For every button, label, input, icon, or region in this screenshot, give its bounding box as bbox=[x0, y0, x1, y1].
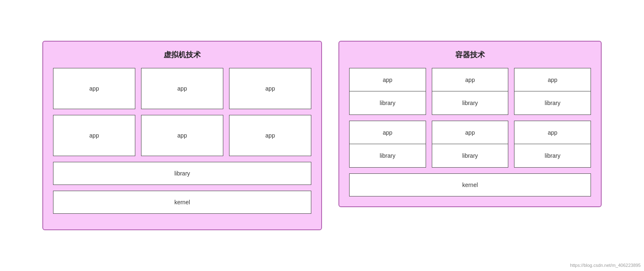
vm-library: library bbox=[53, 162, 311, 185]
container-unit-5-lib: library bbox=[432, 144, 508, 167]
container-unit-4-app: app bbox=[350, 121, 426, 144]
container-unit-1-lib: library bbox=[350, 91, 426, 114]
container-diagram: 容器技术 app library app library app library… bbox=[338, 41, 602, 207]
vm-kernel: kernel bbox=[53, 191, 311, 214]
container-unit-3-app: app bbox=[514, 68, 591, 91]
container-unit-1-app: app bbox=[350, 68, 426, 91]
vm-app-5: app bbox=[141, 115, 223, 156]
container-unit-5: app library bbox=[432, 121, 509, 168]
container-unit-2: app library bbox=[432, 68, 509, 115]
container-unit-3: app library bbox=[514, 68, 591, 115]
container-unit-6: app library bbox=[514, 121, 591, 168]
vm-app-1: app bbox=[53, 68, 135, 109]
vm-app-6: app bbox=[229, 115, 311, 156]
main-container: 虚拟机技术 app app app app app app library ke… bbox=[34, 33, 610, 238]
container-kernel: kernel bbox=[349, 173, 591, 196]
container-unit-5-app: app bbox=[432, 121, 508, 144]
vm-app-2: app bbox=[141, 68, 223, 109]
container-unit-3-lib: library bbox=[514, 91, 591, 114]
vm-title: 虚拟机技术 bbox=[164, 50, 201, 60]
container-units-grid: app library app library app library app … bbox=[349, 68, 591, 168]
vm-apps-grid: app app app app app app bbox=[53, 68, 311, 156]
container-unit-2-app: app bbox=[432, 68, 508, 91]
url-label: https://blog.csdn.net/m_406223895 bbox=[570, 263, 641, 268]
container-unit-4-lib: library bbox=[350, 144, 426, 167]
container-unit-2-lib: library bbox=[432, 91, 508, 114]
container-unit-6-lib: library bbox=[514, 144, 591, 167]
vm-app-3: app bbox=[229, 68, 311, 109]
container-unit-1: app library bbox=[349, 68, 426, 115]
vm-diagram: 虚拟机技术 app app app app app app library ke… bbox=[42, 41, 322, 230]
container-title: 容器技术 bbox=[455, 50, 485, 60]
container-unit-4: app library bbox=[349, 121, 426, 168]
vm-app-4: app bbox=[53, 115, 135, 156]
container-unit-6-app: app bbox=[514, 121, 591, 144]
